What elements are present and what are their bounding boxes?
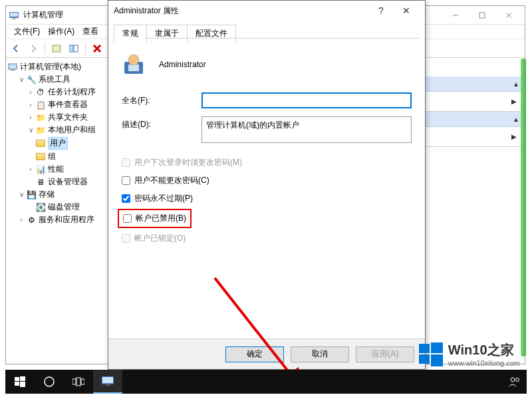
collapse-icon[interactable]: ∨ [26,126,35,134]
tree-shared-folders[interactable]: › 📁 共享文件夹 [7,111,107,124]
svg-rect-1 [10,13,18,17]
tree-task-scheduler[interactable]: › ⏱ 任务计划程序 [7,86,107,98]
shared-folder-icon: 📁 [35,112,46,123]
cb-cannot-change-box[interactable] [122,176,130,185]
expand-icon[interactable]: › [26,88,35,96]
clock-icon: ⏱ [35,87,46,98]
taskbar[interactable] [5,370,527,394]
svg-rect-33 [102,377,113,383]
tab-profile[interactable]: 配置文件 [187,25,236,42]
performance-icon: 📊 [35,164,46,175]
tool-button-2[interactable] [66,41,81,56]
tree-storage[interactable]: ∨ 💾 存储 [7,188,107,201]
chevron-up-icon[interactable]: ▲ [513,116,519,123]
svg-rect-9 [74,45,78,52]
dialog-body: Administrator 全名(F): 描述(D): 用户下次登录时须更改密码… [108,42,425,338]
description-label: 描述(D): [122,116,201,130]
expand-icon[interactable]: › [26,166,35,173]
full-name-row: 全名(F): [122,92,412,108]
cancel-button[interactable]: 取消 [291,346,349,362]
expand-icon[interactable]: › [26,101,35,108]
forward-button[interactable] [26,41,41,56]
cb-must-change-box [122,158,130,167]
cb-must-change: 用户下次登录时须更改密码(M) [122,154,412,172]
tree-local-users[interactable]: ∨ 📁 本地用户和组 [7,124,107,136]
taskbar-app-computer-management[interactable] [93,370,122,394]
svg-rect-4 [479,13,485,18]
collapse-icon[interactable]: ∨ [17,191,26,198]
full-name-input[interactable] [201,92,412,108]
folder-icon [35,138,46,149]
separator [45,43,45,55]
tree-performance[interactable]: › 📊 性能 [7,163,107,176]
svg-rect-31 [81,379,84,384]
tree-disk-management[interactable]: 💽 磁盘管理 [7,201,107,213]
close-button[interactable] [495,6,522,25]
dialog-button-bar: 确定 取消 应用(A) [108,338,425,369]
device-icon: 🖥 [35,177,46,188]
expand-icon[interactable]: › [26,114,35,121]
watermark-text: Win10之家 www.win10xitong.com [448,341,520,367]
dialog-titlebar: Administrator 属性 ? ✕ [108,1,425,21]
user-header: Administrator [122,53,412,76]
tool-button-1[interactable] [49,41,64,56]
close-button[interactable]: ✕ [393,5,420,16]
watermark-title: Win10之家 [448,341,520,359]
svg-rect-25 [20,376,25,381]
tree-services-apps[interactable]: › ⚙ 服务和应用程序 [7,213,107,226]
menu-action[interactable]: 操作(A) [44,25,78,39]
svg-rect-24 [15,377,19,381]
tree-event-viewer[interactable]: › 📋 事件查看器 [7,98,107,111]
cb-never-expire-box[interactable] [122,194,130,203]
svg-rect-20 [419,344,430,353]
expand-icon[interactable]: › [17,216,26,223]
dialog-title: Administrator 属性 [114,5,369,17]
checkbox-group: 用户下次登录时须更改密码(M) 用户不能更改密码(C) 密码永不过期(P) 帐户… [122,154,412,247]
separator [85,43,86,55]
chevron-up-icon[interactable]: ▲ [513,80,519,88]
svg-rect-7 [53,45,61,52]
cb-account-disabled-box[interactable] [123,214,132,223]
tree-users[interactable]: 用户 [7,136,107,150]
user-name: Administrator [159,60,206,69]
tree-device-manager[interactable]: 🖥 设备管理器 [7,176,107,188]
svg-rect-13 [9,64,17,69]
tools-icon: 🔧 [26,74,37,85]
tab-general[interactable]: 常规 [114,25,147,43]
tree-panel[interactable]: 计算机管理(本地) ∨ 🔧 系统工具 › ⏱ 任务计划程序 › 📋 事件查看器 … [6,58,109,364]
tree-root[interactable]: 计算机管理(本地) [7,61,107,73]
people-icon[interactable] [503,370,527,394]
services-icon: ⚙ [26,215,37,225]
svg-rect-17 [128,65,139,71]
ok-button[interactable]: 确定 [225,346,284,362]
delete-button[interactable] [90,41,104,56]
tree-system-tools[interactable]: ∨ 🔧 系统工具 [7,73,107,86]
start-button[interactable] [5,370,35,394]
scrollbar[interactable] [521,59,526,356]
task-view-button[interactable] [64,370,93,394]
apply-button[interactable]: 应用(A) [356,346,414,362]
cb-cannot-change[interactable]: 用户不能更改密码(C) [122,172,412,190]
full-name-label: 全名(F): [122,92,201,106]
back-button[interactable] [9,41,23,56]
menu-view[interactable]: 查看 [78,25,102,39]
cortana-search-button[interactable] [35,370,64,394]
minimize-button[interactable] [442,6,469,25]
window-controls [442,6,522,24]
tree-groups[interactable]: 组 [7,150,107,163]
description-input[interactable] [201,116,412,143]
svg-rect-21 [431,342,443,353]
menu-file[interactable]: 文件(F) [10,25,44,39]
cb-account-disabled[interactable]: 帐户已禁用(B) [118,209,192,228]
chevron-right-icon: ▶ [511,98,517,105]
svg-rect-30 [76,378,80,386]
watermark: Win10之家 www.win10xitong.com [419,341,520,367]
help-button[interactable]: ? [369,5,393,16]
svg-rect-2 [12,19,16,19]
cb-never-expire[interactable]: 密码永不过期(P) [122,190,412,207]
properties-dialog: Administrator 属性 ? ✕ 常规 隶属于 配置文件 Adminis… [108,0,426,370]
maximize-button[interactable] [469,6,495,25]
event-icon: 📋 [35,100,46,110]
tab-member-of[interactable]: 隶属于 [146,25,188,42]
collapse-icon[interactable]: ∨ [17,76,26,83]
